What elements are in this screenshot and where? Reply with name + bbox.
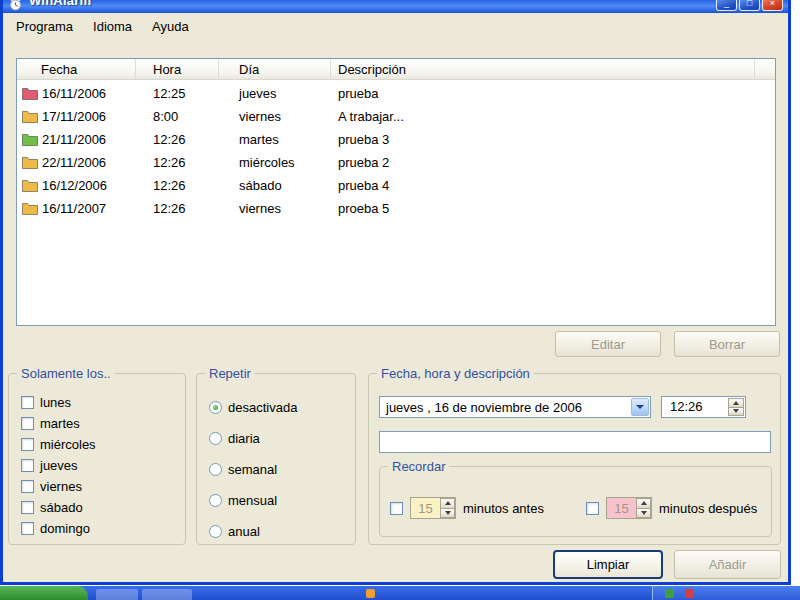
date-combobox[interactable]: jueves , 16 de noviembre de 2006 — [379, 396, 651, 418]
cell-dia: viernes — [219, 201, 331, 216]
checkbox-box[interactable] — [21, 438, 34, 451]
group-repetir: Repetir desactivada diaria semanal mensu… — [196, 373, 356, 545]
group-solamente-los: Solamente los.. lunes martes miércoles j… — [8, 373, 186, 545]
spin-down-button[interactable] — [728, 408, 744, 417]
radio-label: semanal — [228, 462, 277, 477]
cell-fecha: 16/11/2006 — [42, 86, 106, 101]
description-input[interactable] — [379, 431, 771, 453]
radio-circle[interactable] — [209, 463, 222, 476]
list-row[interactable]: 16/11/2007 12:26 viernes proeba 5 — [17, 197, 775, 220]
checkbox-box[interactable] — [21, 480, 34, 493]
menubar: Programa Idioma Ayuda — [3, 13, 788, 40]
cell-fecha: 16/11/2007 — [42, 201, 106, 216]
radio-desactivada[interactable]: desactivada — [209, 400, 297, 414]
window-controls: _ □ × — [716, 0, 783, 11]
radio-circle[interactable] — [209, 525, 222, 538]
borrar-button[interactable]: Borrar — [674, 331, 780, 357]
limpiar-button[interactable]: Limpiar — [553, 550, 663, 579]
close-button[interactable]: × — [762, 0, 783, 11]
spin-up-button[interactable] — [636, 498, 651, 509]
checkbox-box[interactable] — [21, 501, 34, 514]
menu-item-ayuda[interactable]: Ayuda — [142, 15, 199, 38]
taskbar-button[interactable] — [142, 589, 192, 600]
radio-diaria[interactable]: diaria — [209, 431, 297, 445]
menu-item-idioma[interactable]: Idioma — [83, 15, 142, 38]
list-row[interactable]: 16/11/2006 12:25 jueves prueba — [17, 82, 775, 105]
spin-down-button[interactable] — [440, 509, 455, 519]
cell-descripcion: A trabajar... — [331, 109, 755, 124]
checkbox-box[interactable] — [21, 396, 34, 409]
checkbox-sabado[interactable]: sábado — [21, 500, 96, 514]
cell-dia: viernes — [219, 109, 331, 124]
editar-button[interactable]: Editar — [555, 331, 661, 357]
radio-circle[interactable] — [209, 432, 222, 445]
time-value: 12:26 — [670, 397, 703, 417]
checkbox-label: jueves — [40, 458, 78, 473]
group-fecha-hora-descripcion: Fecha, hora y descripción jueves , 16 de… — [368, 373, 781, 545]
remind-before-value: 15 — [411, 498, 440, 518]
remind-before-label: minutos antes — [463, 501, 544, 516]
checkbox-box[interactable] — [21, 522, 34, 535]
spin-down-button[interactable] — [636, 509, 651, 519]
radio-mensual[interactable]: mensual — [209, 493, 297, 507]
menu-item-programa[interactable]: Programa — [6, 15, 83, 38]
anadir-button[interactable]: Añadir — [674, 550, 781, 579]
remind-before-checkbox[interactable] — [390, 502, 403, 515]
radio-anual[interactable]: anual — [209, 524, 297, 538]
taskbar-button[interactable] — [96, 589, 138, 600]
group-solamente-title: Solamente los.. — [17, 366, 115, 381]
list-row[interactable]: 17/11/2006 8:00 viernes A trabajar... — [17, 105, 775, 128]
header-dia[interactable]: Día — [219, 59, 331, 79]
checkbox-miercoles[interactable]: miércoles — [21, 437, 96, 451]
folder-icon — [22, 87, 38, 100]
chevron-down-icon[interactable] — [631, 398, 649, 416]
group-repetir-title: Repetir — [205, 366, 255, 381]
start-button[interactable] — [0, 586, 88, 600]
folder-icon — [22, 110, 38, 123]
header-descripcion[interactable]: Descripción — [331, 59, 755, 79]
window-title: WinAlarm — [29, 0, 91, 8]
header-spacer — [755, 59, 775, 79]
notification-icon[interactable] — [366, 589, 375, 598]
header-hora[interactable]: Hora — [136, 59, 219, 79]
radio-label: anual — [228, 524, 260, 539]
radio-semanal[interactable]: semanal — [209, 462, 297, 476]
remind-after-checkbox[interactable] — [586, 502, 599, 515]
checkbox-domingo[interactable]: domingo — [21, 521, 96, 535]
tray-shield-icon[interactable] — [665, 589, 674, 598]
remind-after-row: 15 minutos después — [586, 497, 757, 519]
list-row[interactable]: 21/11/2006 12:26 martes prueba 3 — [17, 128, 775, 151]
checkbox-box[interactable] — [21, 459, 34, 472]
checkbox-label: domingo — [40, 521, 90, 536]
checkbox-label: sábado — [40, 500, 83, 515]
list-row[interactable]: 16/12/2006 12:26 sábado prueba 4 — [17, 174, 775, 197]
cell-descripcion: proeba 5 — [331, 201, 755, 216]
checkbox-box[interactable] — [21, 417, 34, 430]
group-recordar: Recordar 15 minutos antes — [379, 466, 772, 537]
cell-hora: 8:00 — [136, 109, 219, 124]
radio-circle[interactable] — [209, 494, 222, 507]
time-spinner[interactable]: 12:26 — [661, 396, 746, 418]
remind-before-spinner[interactable]: 15 — [410, 497, 456, 519]
titlebar[interactable]: WinAlarm _ □ × — [3, 0, 788, 13]
checkbox-lunes[interactable]: lunes — [21, 395, 96, 409]
spin-up-button[interactable] — [440, 498, 455, 509]
tray-flag-icon[interactable] — [685, 589, 694, 598]
cell-descripcion: prueba 2 — [331, 155, 755, 170]
header-fecha[interactable]: Fecha — [17, 59, 136, 79]
radio-circle[interactable] — [209, 401, 222, 414]
cell-dia: miércoles — [219, 155, 331, 170]
minimize-button[interactable]: _ — [716, 0, 737, 11]
maximize-button[interactable]: □ — [739, 0, 760, 11]
checkbox-martes[interactable]: martes — [21, 416, 96, 430]
folder-icon — [22, 133, 38, 146]
client-area: Fecha Hora Día Descripción 16/11/2006 12… — [3, 40, 788, 582]
checkbox-viernes[interactable]: viernes — [21, 479, 96, 493]
remind-after-spinner[interactable]: 15 — [606, 497, 652, 519]
folder-icon — [22, 156, 38, 169]
list-row[interactable]: 22/11/2006 12:26 miércoles prueba 2 — [17, 151, 775, 174]
checkbox-jueves[interactable]: jueves — [21, 458, 96, 472]
spin-up-button[interactable] — [728, 398, 744, 408]
cell-fecha: 16/12/2006 — [42, 178, 107, 193]
alarm-list: Fecha Hora Día Descripción 16/11/2006 12… — [16, 58, 776, 326]
